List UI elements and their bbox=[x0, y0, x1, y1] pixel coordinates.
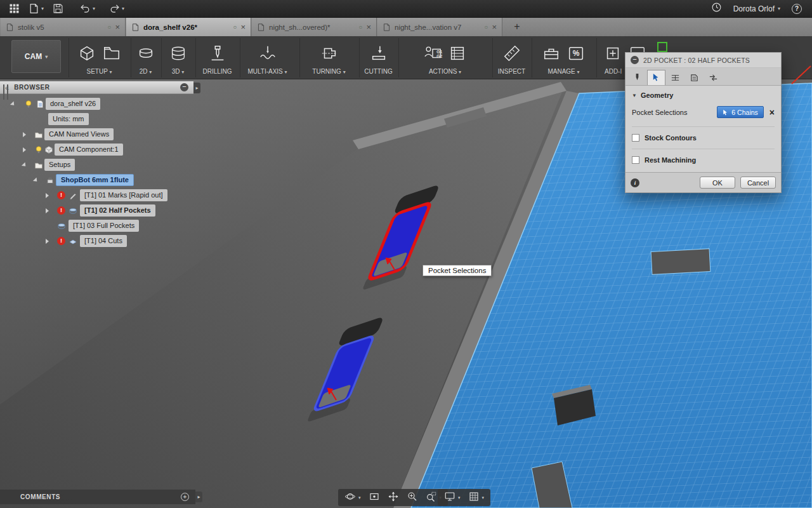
cutting-icon[interactable] bbox=[369, 44, 388, 63]
tab-close-button[interactable]: × bbox=[492, 23, 497, 31]
redo-button[interactable]: ▾ bbox=[109, 3, 124, 14]
tab-close-button[interactable]: × bbox=[115, 23, 120, 31]
user-menu[interactable]: Dorota Orlof▾ bbox=[733, 4, 780, 13]
save-button[interactable] bbox=[53, 3, 63, 14]
geometry-section-header[interactable]: ▼ Geometry bbox=[632, 91, 775, 99]
cancel-button[interactable]: Cancel bbox=[740, 177, 776, 189]
grid-snap-button[interactable] bbox=[468, 491, 480, 505]
expand-arrow-icon[interactable] bbox=[23, 132, 26, 137]
browser-row-op-04[interactable]: ! [T1] 04 Cuts bbox=[0, 235, 193, 248]
expand-arrow-icon[interactable] bbox=[33, 177, 39, 183]
comments-bar[interactable]: COMMENTS + bbox=[0, 490, 195, 504]
browser-row-op-03[interactable]: [T1] 03 Full Pockets bbox=[0, 220, 193, 232]
tab-heights[interactable] bbox=[666, 70, 684, 85]
new-setup-icon[interactable] bbox=[77, 44, 96, 63]
orbit-dropdown[interactable]: ▾ bbox=[358, 495, 361, 500]
browser-row-setups[interactable]: Setups bbox=[0, 159, 193, 171]
ribbon-group-setup[interactable]: SETUP ▾ bbox=[69, 38, 129, 77]
parameters-icon[interactable]: % bbox=[566, 44, 586, 63]
orbit-button[interactable] bbox=[344, 491, 356, 505]
browser-row-op-02[interactable]: ! [T1] 02 Half Pockets bbox=[0, 204, 193, 217]
browser-row-root[interactable]: dora_shelf v26 bbox=[0, 98, 193, 110]
setup-sheet-icon[interactable] bbox=[448, 44, 467, 63]
2d-milling-icon[interactable] bbox=[136, 44, 155, 63]
browser-row-units[interactable]: Units: mm bbox=[0, 113, 193, 126]
zoom-button[interactable] bbox=[407, 491, 418, 505]
tab-stolik-v5[interactable]: stolik v5 ○ × bbox=[1, 18, 126, 36]
ribbon-group-turning[interactable]: TURNING ▾ bbox=[299, 38, 358, 77]
file-menu-button[interactable]: ▾ bbox=[29, 3, 44, 14]
tab-geometry[interactable] bbox=[647, 70, 665, 85]
rest-machining-row: Rest Machining bbox=[632, 149, 775, 171]
zoom-window-button[interactable] bbox=[426, 491, 437, 505]
tab-close-button[interactable]: × bbox=[366, 23, 371, 31]
expand-arrow-icon[interactable] bbox=[23, 147, 26, 152]
tab-night-shelf-elevation[interactable]: night_she...vation v7 ○ × bbox=[377, 18, 502, 36]
drilling-icon[interactable] bbox=[208, 44, 227, 63]
warning-icon: ! bbox=[57, 191, 65, 199]
new-tab-button[interactable]: + bbox=[510, 20, 524, 34]
browser-header[interactable]: « BROWSER − bbox=[0, 81, 193, 94]
turning-icon[interactable] bbox=[320, 44, 339, 63]
ribbon-group-inspect[interactable]: INSPECT bbox=[492, 38, 530, 77]
info-icon[interactable]: i bbox=[631, 178, 639, 187]
browser-minimize-button[interactable]: − bbox=[180, 83, 188, 91]
workspace-switcher[interactable]: CAM▾ bbox=[11, 40, 61, 73]
3d-milling-icon[interactable] bbox=[169, 44, 188, 63]
display-settings-button[interactable] bbox=[444, 491, 455, 505]
pan-button[interactable] bbox=[388, 491, 399, 505]
ribbon-group-drilling[interactable]: DRILLING bbox=[195, 38, 239, 77]
help-button[interactable]: ? bbox=[792, 4, 802, 14]
job-status-button[interactable] bbox=[711, 2, 722, 15]
rest-machining-checkbox[interactable] bbox=[632, 156, 639, 164]
look-at-button[interactable] bbox=[369, 491, 380, 505]
stock-contours-checkbox[interactable] bbox=[632, 134, 639, 142]
expand-arrow-icon[interactable] bbox=[46, 193, 49, 198]
tab-tool[interactable] bbox=[628, 70, 646, 85]
ribbon-group-cutting[interactable]: CUTTING bbox=[359, 38, 397, 77]
dialog-titlebar[interactable]: − 2D POCKET : 02 HALF POCKETS bbox=[625, 53, 781, 68]
expand-arrow-icon[interactable] bbox=[46, 208, 49, 213]
operation-contour-icon bbox=[69, 237, 77, 246]
rest-machining-label: Rest Machining bbox=[645, 156, 696, 164]
tab-linking[interactable] bbox=[704, 70, 723, 85]
display-settings-dropdown[interactable]: ▾ bbox=[458, 495, 461, 500]
visibility-bulb-icon[interactable] bbox=[24, 100, 33, 109]
app-grid-button[interactable] bbox=[9, 3, 20, 14]
ribbon-group-actions[interactable]: G1G2 ACTIONS ▾ bbox=[398, 38, 491, 77]
tab-passes[interactable] bbox=[685, 70, 704, 85]
ribbon-group-manage[interactable]: % MANAGE ▾ bbox=[532, 38, 595, 77]
ribbon-group-multi-axis[interactable]: MULTI-AXIS ▾ bbox=[240, 38, 294, 77]
grid-snap-dropdown[interactable]: ▾ bbox=[482, 495, 485, 500]
expand-arrow-icon[interactable] bbox=[22, 162, 27, 168]
ok-button[interactable]: OK bbox=[700, 177, 735, 189]
browser-row-setup-shopbot[interactable]: ShopBot 6mm 1flute bbox=[0, 174, 193, 187]
clear-selection-button[interactable]: × bbox=[769, 109, 775, 116]
visibility-bulb-icon[interactable] bbox=[34, 145, 43, 154]
browser-row-component[interactable]: CAM Component:1 bbox=[0, 144, 193, 156]
operation-pocket-icon bbox=[57, 222, 66, 231]
tab-night-shelf-covered[interactable]: night_sh...overed)* ○ × bbox=[252, 18, 377, 36]
browser-row-op-01[interactable]: ! [T1] 01 Marks [Rapid out] bbox=[0, 189, 193, 202]
undo-button[interactable]: ▾ bbox=[80, 3, 95, 14]
browser-collapse-handle[interactable]: ▸ bbox=[193, 83, 200, 93]
measure-icon[interactable] bbox=[502, 44, 521, 63]
post-process-icon[interactable]: G1G2 bbox=[423, 44, 442, 63]
ribbon-group-3d[interactable]: 3D ▾ bbox=[161, 38, 194, 77]
dialog-collapse-icon[interactable]: − bbox=[631, 56, 639, 64]
tab-dora-shelf-v26[interactable]: dora_shelf v26* ○ × bbox=[126, 18, 251, 36]
comments-collapse-handle[interactable]: ▸ bbox=[195, 491, 202, 502]
add-ins-icon[interactable] bbox=[603, 44, 622, 63]
chains-selection-button[interactable]: 6 Chains bbox=[717, 106, 763, 118]
browser-row-named-views[interactable]: CAM Named Views bbox=[0, 128, 193, 141]
ribbon-group-2d[interactable]: 2D ▾ bbox=[131, 38, 160, 77]
expand-arrow-icon[interactable] bbox=[10, 101, 16, 107]
section-collapse-icon: ▼ bbox=[632, 93, 637, 98]
setup-folder-icon[interactable] bbox=[102, 44, 121, 63]
expand-arrow-icon[interactable] bbox=[46, 239, 49, 244]
tool-library-icon[interactable] bbox=[542, 44, 561, 63]
add-comment-button[interactable]: + bbox=[181, 493, 189, 501]
multi-axis-icon[interactable] bbox=[258, 44, 277, 63]
toolbar-grip[interactable] bbox=[3, 84, 8, 100]
tab-close-button[interactable]: × bbox=[240, 23, 246, 31]
